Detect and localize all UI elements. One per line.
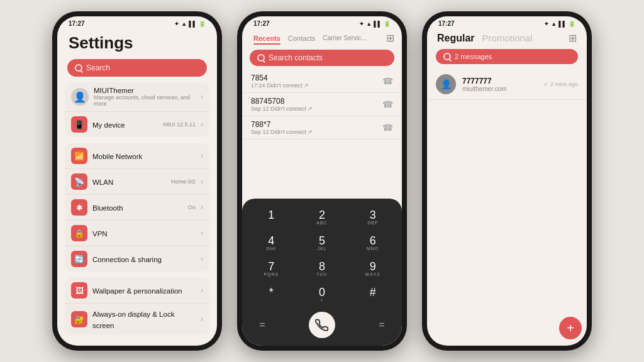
- dial-key-2[interactable]: 2ABC: [298, 206, 347, 229]
- recent-status-2: Sep 12 Didn't connect ↗: [251, 106, 377, 112]
- time-3: 17:27: [438, 20, 455, 27]
- dial-key-hash[interactable]: #: [348, 283, 397, 307]
- dialpad-extra-icon[interactable]: =: [372, 315, 392, 335]
- bars-icon-3: ▌▌: [558, 21, 567, 27]
- recent-call-icon-1: ☎: [382, 76, 393, 86]
- account-name: MIUIThemer: [94, 87, 196, 94]
- recent-list: 7854 17:24 Didn't connect ↗ ☎ 88745708 S…: [242, 70, 402, 199]
- device-icon: 📱: [71, 116, 87, 133]
- recent-info-1: 7854 17:24 Didn't connect ↗: [251, 74, 377, 89]
- tab-recents[interactable]: Recents: [250, 32, 284, 47]
- call-button[interactable]: [309, 312, 335, 338]
- recent-number-3: 788*7: [251, 120, 377, 129]
- always-on-icon: 🔐: [71, 311, 87, 327]
- page-title: Settings: [57, 28, 217, 57]
- search-icon: [75, 64, 82, 72]
- network-card: 📶 Mobile Network › 📡 WLAN Home-5G › ✱: [65, 143, 209, 272]
- vpn-label: VPN: [92, 230, 108, 238]
- contact-search-bar[interactable]: Search contacts: [250, 50, 394, 66]
- dial-key-star[interactable]: *: [247, 283, 296, 307]
- recent-item-3[interactable]: 788*7 Sep 12 Didn't connect ↗ ☎: [242, 116, 402, 140]
- status-bar-3: 17:27 ✦ ▲ ▌▌ 🔋: [427, 16, 587, 28]
- dial-key-8[interactable]: 8TUV: [298, 258, 347, 281]
- dial-key-4[interactable]: 4GHI: [247, 232, 296, 255]
- search-bar[interactable]: Search: [67, 59, 207, 77]
- messages-header: Regular Promotional ⊞: [427, 28, 587, 48]
- messages-content: Regular Promotional ⊞ 2 messages 👤 77777…: [427, 28, 587, 346]
- dial-key-1[interactable]: 1: [247, 206, 296, 229]
- wlan-icon: 📡: [71, 173, 87, 190]
- contact-search-icon: [257, 54, 265, 62]
- mydevice-item[interactable]: 📱 My device MIUI 12.5.11 ›: [65, 112, 209, 137]
- recent-item-2[interactable]: 88745708 Sep 12 Didn't connect ↗ ☎: [242, 93, 402, 116]
- wlan-item[interactable]: 📡 WLAN Home-5G ›: [65, 169, 209, 195]
- connection-sharing-item[interactable]: 🔄 Connection & sharing ›: [65, 246, 209, 272]
- bluetooth-info: Bluetooth: [92, 202, 183, 213]
- mydevice-label: My device: [92, 121, 125, 129]
- tab-promotional[interactable]: Promotional: [482, 33, 533, 44]
- compose-button[interactable]: +: [559, 317, 582, 339]
- bluetooth-label: Bluetooth: [92, 204, 123, 212]
- phone-dialer: 17:27 ✦ ▲ ▌▌ 🔋 Recents Contacts Carrier …: [237, 11, 407, 351]
- dial-key-5[interactable]: 5JKL: [298, 232, 347, 255]
- mobile-network-arrow-icon: ›: [201, 151, 203, 160]
- dialpad-area: 1 2ABC 3DEF 4GHI 5JKL 6MNO 7PQRS 8TUV 9W…: [242, 199, 402, 346]
- voicemail-icon[interactable]: =: [252, 315, 272, 335]
- msg-time-1: ✓ 2 mins ago: [543, 81, 578, 87]
- add-contact-icon[interactable]: ⊞: [386, 32, 394, 44]
- message-item-1[interactable]: 👤 7777777 miuithemer.com ✓ 2 mins ago: [427, 69, 587, 100]
- status-icons-1: ✦ ▲ ▌▌ 🔋: [174, 21, 206, 27]
- msg-preview-1: miuithemer.com: [462, 85, 537, 92]
- always-on-item[interactable]: 🔐 Always-on display & Lock screen ›: [65, 304, 209, 335]
- settings-screen: 17:27 ✦ ▲ ▌▌ 🔋 Settings Search 👤: [57, 16, 217, 346]
- tab-carrier[interactable]: Carrier Servic...: [319, 32, 370, 47]
- mobile-network-item[interactable]: 📶 Mobile Network ›: [65, 143, 209, 169]
- vpn-item[interactable]: 🔒 VPN ›: [65, 221, 209, 246]
- bars-icon-2: ▌▌: [374, 21, 382, 27]
- wallpaper-item[interactable]: 🖼 Wallpaper & personalization ›: [65, 278, 209, 304]
- dialer-content: Recents Contacts Carrier Servic... ⊞ Sea…: [242, 28, 402, 346]
- dial-key-0[interactable]: 0+: [298, 283, 347, 307]
- mobile-network-info: Mobile Network: [92, 150, 196, 162]
- dialpad-grid: 1 2ABC 3DEF 4GHI 5JKL 6MNO 7PQRS 8TUV 9W…: [247, 206, 397, 307]
- tab-regular[interactable]: Regular: [437, 33, 475, 44]
- recent-item-1[interactable]: 7854 17:24 Didn't connect ↗ ☎: [242, 70, 402, 93]
- msg-avatar-icon-1: 👤: [441, 79, 452, 89]
- status-icons-3: ✦ ▲ ▌▌ 🔋: [544, 21, 575, 27]
- dial-key-7[interactable]: 7PQRS: [247, 258, 296, 281]
- dial-key-9[interactable]: 9WXYZ: [348, 258, 397, 281]
- wallpaper-icon: 🖼: [71, 282, 87, 299]
- messages-screen: 17:27 ✦ ▲ ▌▌ 🔋 Regular Promotional ⊞ 2 m…: [427, 16, 587, 346]
- time-1: 17:27: [69, 20, 85, 27]
- connection-sharing-info: Connection & sharing: [92, 253, 196, 265]
- bluetooth-status-icon: ✦: [174, 21, 179, 27]
- phone-settings: 17:27 ✦ ▲ ▌▌ 🔋 Settings Search 👤: [52, 11, 222, 351]
- dial-key-3[interactable]: 3DEF: [348, 206, 397, 229]
- wlan-arrow-icon: ›: [201, 177, 203, 186]
- contact-search-placeholder: Search contacts: [269, 53, 323, 62]
- always-on-label: Always-on display & Lock screen: [92, 310, 174, 329]
- messages-add-icon[interactable]: ⊞: [569, 32, 577, 44]
- time-2: 17:27: [253, 20, 270, 27]
- status-bar-1: 17:27 ✦ ▲ ▌▌ 🔋: [57, 16, 217, 28]
- always-on-arrow-icon: ›: [201, 315, 203, 324]
- tab-contacts[interactable]: Contacts: [284, 32, 319, 47]
- account-item[interactable]: 👤 MIUIThemer Manage accounts, cloud serv…: [65, 82, 209, 112]
- wlan-label: WLAN: [92, 178, 113, 186]
- wallpaper-info: Wallpaper & personalization: [92, 285, 196, 296]
- recent-call-icon-3: ☎: [382, 123, 393, 133]
- bluetooth-icon: ✱: [71, 199, 87, 216]
- avatar-icon: 👤: [74, 91, 86, 103]
- signal-icon: ▌▌: [189, 21, 197, 27]
- message-search-bar[interactable]: 2 messages: [436, 49, 578, 64]
- recent-number-1: 7854: [251, 74, 377, 82]
- always-on-info: Always-on display & Lock screen: [92, 308, 196, 331]
- bluetooth-badge: On: [188, 204, 196, 211]
- search-placeholder: Search: [86, 63, 110, 72]
- wlan-badge: Home-5G: [171, 178, 196, 185]
- bluetooth-item[interactable]: ✱ Bluetooth On ›: [65, 195, 209, 221]
- vpn-icon: 🔒: [71, 225, 87, 241]
- dial-key-6[interactable]: 6MNO: [348, 232, 397, 255]
- connection-sharing-icon: 🔄: [71, 251, 87, 267]
- dialpad-bottom: = =: [247, 312, 397, 338]
